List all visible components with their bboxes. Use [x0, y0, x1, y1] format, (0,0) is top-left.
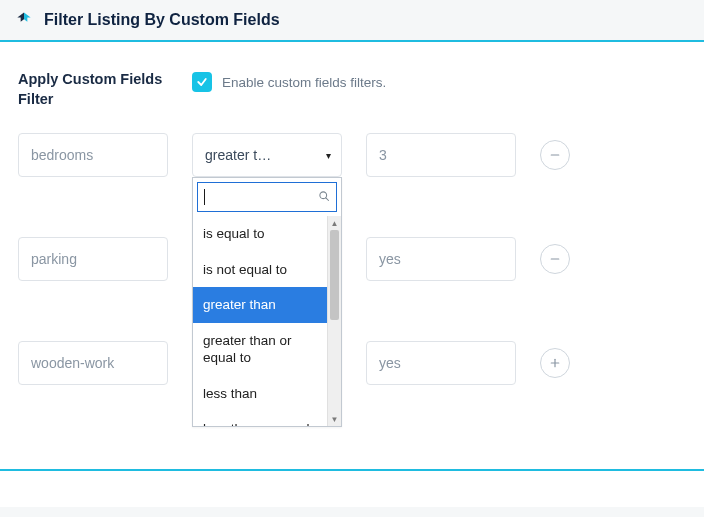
field-name-input[interactable]: bedrooms — [18, 133, 168, 177]
dropdown-option[interactable]: is not equal to — [193, 252, 327, 288]
filter-row: wooden-work ▾ yes — [18, 341, 686, 385]
field-value-input[interactable]: yes — [366, 341, 516, 385]
dropdown-scrollbar[interactable]: ▲ ▼ — [327, 216, 341, 426]
svg-line-5 — [326, 198, 329, 201]
panel-header: Other Filters — [0, 507, 704, 517]
dropdown-option[interactable]: less than — [193, 376, 327, 412]
dropdown-option[interactable]: less than or equal — [193, 411, 327, 426]
dropdown-option[interactable]: greater than — [193, 287, 327, 323]
brand-icon — [14, 10, 34, 30]
dropdown-option[interactable]: is equal to — [193, 216, 327, 252]
dropdown-search-input[interactable] — [209, 190, 314, 205]
remove-row-button[interactable] — [540, 140, 570, 170]
field-value: yes — [379, 251, 401, 267]
field-name-value: parking — [31, 251, 77, 267]
field-value: 3 — [379, 147, 387, 163]
field-value-input[interactable]: 3 — [366, 133, 516, 177]
scrollbar-thumb[interactable] — [330, 230, 339, 320]
enable-row: Apply Custom Fields Filter Enable custom… — [18, 70, 686, 109]
dropdown-option[interactable]: greater than or equal to — [193, 323, 327, 376]
scrollbar-down-icon[interactable]: ▼ — [328, 412, 341, 426]
enable-checkbox-label: Enable custom fields filters. — [222, 75, 386, 90]
field-name-value: wooden-work — [31, 355, 114, 371]
chevron-down-icon: ▾ — [326, 150, 331, 161]
filter-rows: bedrooms greater t… ▾ 3 parking — [18, 133, 686, 385]
panel-title: Filter Listing By Custom Fields — [44, 11, 280, 29]
text-cursor — [204, 189, 205, 205]
panel-body: Apply Custom Fields Filter Enable custom… — [0, 42, 704, 469]
field-name-input[interactable]: wooden-work — [18, 341, 168, 385]
scrollbar-up-icon[interactable]: ▲ — [328, 216, 341, 230]
filter-row: parking ▾ yes — [18, 237, 686, 281]
operator-value: greater t… — [205, 147, 271, 163]
enable-checkbox-wrap: Enable custom fields filters. — [192, 70, 386, 92]
apply-filter-label: Apply Custom Fields Filter — [18, 70, 168, 109]
remove-row-button[interactable] — [540, 244, 570, 274]
field-name-value: bedrooms — [31, 147, 93, 163]
add-row-button[interactable] — [540, 348, 570, 378]
filter-row: bedrooms greater t… ▾ 3 — [18, 133, 686, 177]
filter-custom-fields-panel: Filter Listing By Custom Fields Apply Cu… — [0, 0, 704, 471]
operator-select[interactable]: greater t… ▾ — [192, 133, 342, 177]
field-value-input[interactable]: yes — [366, 237, 516, 281]
panel-header: Filter Listing By Custom Fields — [0, 0, 704, 42]
field-value: yes — [379, 355, 401, 371]
dropdown-list: is equal tois not equal togreater thangr… — [193, 216, 341, 426]
dropdown-search[interactable] — [197, 182, 337, 212]
other-filters-panel: Other Filters — [0, 507, 704, 517]
operator-dropdown: is equal tois not equal togreater thangr… — [192, 177, 342, 427]
search-icon — [318, 190, 330, 205]
enable-checkbox[interactable] — [192, 72, 212, 92]
field-name-input[interactable]: parking — [18, 237, 168, 281]
dropdown-list-wrap: is equal tois not equal togreater thangr… — [193, 216, 341, 426]
